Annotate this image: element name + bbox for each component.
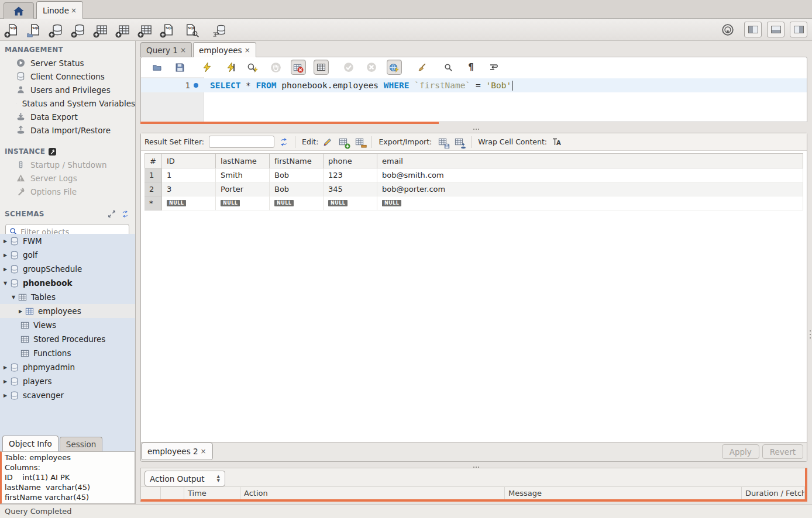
collapsed-arrow-icon[interactable]: ▶ [18,309,23,314]
editor-result-splitter[interactable] [136,127,812,131]
output-column-header[interactable]: Action [240,487,505,499]
import-records-icon[interactable] [453,136,465,148]
execute-icon[interactable] [199,60,215,75]
create-schema-icon[interactable] [73,23,87,37]
export-results-icon[interactable] [436,136,448,148]
open-file-icon[interactable] [149,60,164,75]
explain-icon[interactable] [245,60,260,75]
execute-current-icon[interactable] [222,60,238,75]
output-selector[interactable]: Action Output ▲▼ [144,471,225,486]
toggle-left-panel-icon[interactable] [744,22,762,37]
home-tab[interactable] [4,2,34,19]
tab-query-1[interactable]: Query 1 × [140,42,192,57]
sql-query-text[interactable]: SELECT * FROM phonebook.employees WHERE … [210,78,512,92]
expanded-arrow-icon[interactable]: ▼ [11,295,16,300]
cell[interactable]: Bob [270,168,324,182]
tree-item-golf[interactable]: ▶ golf [0,248,135,262]
add-row-icon[interactable] [337,136,349,148]
instance-config-icon[interactable] [49,148,56,156]
cell[interactable]: 123 [324,168,377,182]
null-badge[interactable]: NULL [382,200,401,206]
result-tab-employees-2[interactable]: employees 2 × [141,443,213,460]
collapsed-arrow-icon[interactable]: ▶ [2,253,8,258]
sidebar-item-system-variables[interactable]: Status and System Variables [0,96,135,110]
tree-item-scavenger[interactable]: ▶ scavenger [0,388,135,402]
sidebar-item-data-import[interactable]: Data Import/Restore [0,123,135,137]
column-header[interactable]: firstName [270,153,324,168]
new-sql-tab-icon[interactable] [6,23,20,37]
wrap-cell-content-icon[interactable] [552,137,561,147]
new-row[interactable]: * NULL NULL NULL NULL NULL [144,196,803,210]
cell[interactable]: 1 [162,168,216,182]
wrap-text-icon[interactable] [486,60,501,75]
tab-session[interactable]: Session [60,437,103,451]
show-invisibles-icon[interactable]: ¶ [463,60,479,75]
output-column-header[interactable]: Time [184,487,240,499]
column-header[interactable]: ID [162,153,216,168]
toggle-right-panel-icon[interactable] [790,22,807,37]
table-row[interactable]: 1 1 Smith Bob 123 bob@smith.com [144,168,803,182]
result-set-filter-input[interactable] [209,136,274,148]
create-table-icon[interactable] [95,23,109,37]
table-row[interactable]: 2 3 Porter Bob 345 bob@porter.com [144,182,803,196]
column-header[interactable]: lastName [216,153,270,168]
selector-stepper-icon[interactable]: ▲▼ [217,475,220,482]
output-column-header[interactable]: Message [505,487,742,499]
stop-icon[interactable] [268,60,283,75]
refresh-schemas-icon[interactable] [121,210,129,218]
column-header[interactable]: # [144,153,162,168]
column-header[interactable]: email [377,153,803,168]
open-sql-script-icon[interactable] [28,23,42,37]
tab-object-info[interactable]: Object Info [2,436,59,451]
tree-item-stored-procedures[interactable]: Stored Procedures [0,332,135,346]
collapsed-arrow-icon[interactable]: ▶ [2,239,8,244]
create-procedure-icon[interactable] [139,23,153,37]
tree-item-players[interactable]: ▶ players [0,374,135,388]
tree-item-functions[interactable]: Functions [0,346,135,360]
rollback-icon[interactable] [364,60,379,75]
sidebar-item-server-logs[interactable]: Server Logs [0,171,135,185]
cell[interactable]: Porter [216,182,270,196]
create-view-icon[interactable] [117,23,131,37]
collapsed-arrow-icon[interactable]: ▶ [2,365,8,370]
cell[interactable]: bob@porter.com [377,182,803,196]
inspector-icon[interactable] [50,23,64,37]
save-icon[interactable] [172,60,187,75]
tree-item-groupschedule[interactable]: ▶ groupSchedule [0,262,135,276]
connection-tab[interactable]: Linode × [36,1,83,19]
tree-item-tables[interactable]: ▼ Tables [0,290,135,304]
tree-item-phonebook[interactable]: ▼ phonebook [0,276,135,290]
collapsed-arrow-icon[interactable]: ▶ [2,267,8,272]
sidebar-item-server-status[interactable]: Server Status [0,56,135,70]
refresh-results-icon[interactable] [279,137,288,147]
tab-close-icon[interactable]: × [180,46,186,54]
cell[interactable]: 3 [162,182,216,196]
tab-close-icon[interactable]: × [245,46,250,54]
collapsed-arrow-icon[interactable]: ▶ [2,393,8,398]
commit-icon[interactable] [341,60,356,75]
right-panel-splitter[interactable] [810,330,811,339]
result-tab-close-icon[interactable]: × [201,447,207,455]
sidebar-item-startup-shutdown[interactable]: Startup / Shutdown [0,158,135,171]
column-header[interactable]: phone [324,153,377,168]
cell[interactable]: Bob [270,182,324,196]
cell[interactable]: 345 [324,182,377,196]
apply-button[interactable]: Apply [722,444,759,459]
null-badge[interactable]: NULL [221,200,240,206]
sidebar-item-client-connections[interactable]: Client Connections [0,70,135,83]
collapsed-arrow-icon[interactable]: ▶ [2,379,8,384]
toggle-bottom-panel-icon[interactable] [767,22,785,37]
edit-record-icon[interactable] [323,137,332,147]
tree-item-employees[interactable]: ▶ employees [0,304,135,318]
tree-item-views[interactable]: Views [0,318,135,332]
find-icon[interactable] [441,60,456,75]
null-badge[interactable]: NULL [274,200,294,206]
limit-rows-icon[interactable] [314,60,329,75]
expand-schemas-icon[interactable] [108,210,116,218]
cell[interactable]: Smith [216,168,270,182]
cell[interactable]: bob@smith.com [377,168,803,182]
dashboard-icon[interactable] [721,23,734,36]
tree-item-phpmyadmin[interactable]: ▶ phpmyadmin [0,360,135,374]
toggle-autocommit-icon[interactable] [387,60,402,75]
expanded-arrow-icon[interactable]: ▼ [2,281,8,286]
